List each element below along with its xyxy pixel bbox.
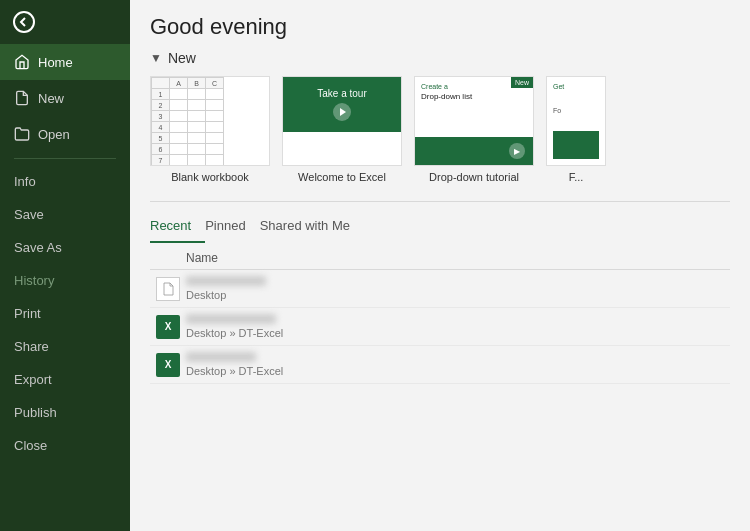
file-path-3: Desktop » DT-Excel (186, 365, 730, 377)
table-row[interactable]: X Desktop » DT-Excel (150, 346, 730, 384)
formula-get-text: Get (553, 83, 599, 90)
new-section: ▼ New ABC 1 2 3 4 (130, 50, 750, 193)
sidebar-item-save-as[interactable]: Save As (0, 231, 130, 264)
formula-label: F... (569, 171, 584, 183)
welcome-thumb: Take a tour (282, 76, 402, 166)
sidebar-item-close[interactable]: Close (0, 429, 130, 462)
file-icon-2: X (150, 315, 186, 339)
table-row[interactable]: Desktop (150, 270, 730, 308)
sidebar-item-home[interactable]: Home (0, 44, 130, 80)
svg-point-0 (14, 12, 34, 32)
sidebar-item-publish[interactable]: Publish (0, 396, 130, 429)
home-icon (14, 54, 30, 70)
welcome-thumb-bottom (283, 132, 401, 165)
tabs-row: Recent Pinned Shared with Me (130, 210, 750, 243)
file-name-1 (186, 276, 266, 286)
dropdown-thumb: New Create a Drop-down list ▶ (414, 76, 534, 166)
sidebar-item-share[interactable]: Share (0, 330, 130, 363)
file-info-1: Desktop (186, 276, 730, 301)
doc-icon (156, 277, 180, 301)
file-name-3 (186, 352, 256, 362)
files-table: Name Desktop X (130, 247, 750, 384)
template-dropdown[interactable]: New Create a Drop-down list ▶ Drop-down … (414, 76, 534, 183)
dropdown-label: Drop-down tutorial (429, 171, 519, 183)
sidebar-home-label: Home (38, 55, 73, 70)
sidebar-item-info[interactable]: Info (0, 165, 130, 198)
new-icon (14, 90, 30, 106)
tab-recent[interactable]: Recent (150, 210, 205, 243)
dt-text: Drop-down list (421, 92, 527, 101)
main-content: Good evening ▼ New ABC 1 2 (130, 0, 750, 531)
open-icon (14, 126, 30, 142)
name-col-header: Name (186, 251, 730, 265)
sidebar-item-save[interactable]: Save (0, 198, 130, 231)
formula-thumb: Get Fo (546, 76, 606, 166)
file-path-1: Desktop (186, 289, 730, 301)
page-title: Good evening (130, 0, 750, 50)
file-icon-1 (150, 277, 186, 301)
back-button[interactable] (0, 0, 130, 44)
tab-pinned[interactable]: Pinned (205, 210, 259, 243)
formula-sub-text: Fo (553, 107, 599, 114)
templates-row: ABC 1 2 3 4 5 6 7 Blank workbook (150, 76, 730, 183)
sidebar-open-label: Open (38, 127, 70, 142)
sidebar-item-print[interactable]: Print (0, 297, 130, 330)
template-welcome[interactable]: Take a tour Welcome to Excel (282, 76, 402, 183)
sidebar-new-label: New (38, 91, 64, 106)
files-table-header: Name (150, 247, 730, 270)
file-info-3: Desktop » DT-Excel (186, 352, 730, 377)
blank-label: Blank workbook (171, 171, 249, 183)
template-blank[interactable]: ABC 1 2 3 4 5 6 7 Blank workbook (150, 76, 270, 183)
file-icon-3: X (150, 353, 186, 377)
tab-shared[interactable]: Shared with Me (260, 210, 364, 243)
new-section-label: New (168, 50, 196, 66)
excel-icon-3: X (156, 353, 180, 377)
sidebar-divider-1 (14, 158, 116, 159)
sidebar-item-export[interactable]: Export (0, 363, 130, 396)
file-path-2: Desktop » DT-Excel (186, 327, 730, 339)
dropdown-bottom-bar: ▶ (415, 137, 533, 165)
chevron-down-icon: ▼ (150, 51, 162, 65)
section-divider (150, 201, 730, 202)
welcome-play-button (333, 103, 351, 121)
file-info-2: Desktop » DT-Excel (186, 314, 730, 339)
dropdown-arrow-circle: ▶ (509, 143, 525, 159)
sidebar-item-history[interactable]: History (0, 264, 130, 297)
sidebar: Home New Open Info Save Save As History … (0, 0, 130, 531)
new-badge: New (511, 77, 533, 88)
new-section-header[interactable]: ▼ New (150, 50, 730, 66)
table-row[interactable]: X Desktop » DT-Excel (150, 308, 730, 346)
formula-bottom-bar (553, 131, 599, 159)
template-formula[interactable]: Get Fo F... (546, 76, 606, 183)
sidebar-item-open[interactable]: Open (0, 116, 130, 152)
file-name-2 (186, 314, 276, 324)
blank-thumb: ABC 1 2 3 4 5 6 7 (150, 76, 270, 166)
sidebar-item-new[interactable]: New (0, 80, 130, 116)
welcome-label: Welcome to Excel (298, 171, 386, 183)
excel-icon-2: X (156, 315, 180, 339)
welcome-tour-text: Take a tour (317, 88, 366, 99)
